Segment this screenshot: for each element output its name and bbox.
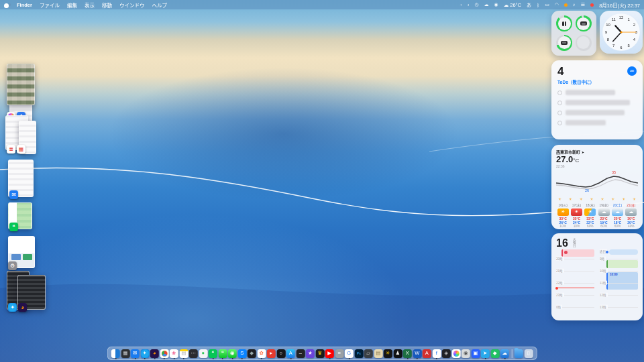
settings-app-icon[interactable]: ⚙ — [8, 261, 17, 270]
dock-item-photos[interactable]: ❀ — [170, 349, 178, 358]
dock-item-word[interactable]: W — [413, 349, 421, 358]
dock-item-dark-folder-app[interactable]: ▱ — [364, 349, 373, 358]
apple-menu-icon[interactable] — [4, 2, 9, 8]
firefox-app-icon[interactable]: ◕ — [18, 303, 27, 312]
dock-item-facetime[interactable]: ◉ — [228, 349, 237, 358]
dock-item-facebook[interactable]: f — [432, 349, 441, 358]
dock-item-dark-figure-app[interactable]: ♟ — [393, 349, 402, 358]
running-indicator — [329, 358, 330, 359]
reminder-row[interactable] — [557, 110, 637, 115]
menu-clock[interactable]: 8月16日(火) 22:37 — [599, 1, 640, 9]
dock-item-gallery-app[interactable]: ✿ — [257, 349, 266, 358]
weather-status[interactable]: ☁ 26°C — [504, 2, 521, 8]
reminder-redacted-text — [566, 90, 615, 95]
dock-item-purple-star-app[interactable]: ★ — [306, 349, 315, 358]
reminder-row[interactable] — [557, 100, 637, 105]
wifi-icon[interactable]: ◠ — [555, 2, 559, 7]
dock-item-google[interactable]: G — [345, 349, 354, 358]
calendar-event-allday[interactable] — [609, 249, 638, 255]
weather-widget[interactable]: 西東京市新町 ➤ 27.0°C 22:36 26 35 ☀☀☀☀☀☀☀☀ 16(… — [551, 145, 643, 229]
dock-item-mail[interactable]: ✉ — [131, 349, 140, 358]
reminder-checkbox[interactable] — [557, 90, 562, 95]
dock-item-dark-app[interactable]: ◆ — [248, 349, 256, 358]
dock-item-finder[interactable] — [111, 349, 120, 358]
dock-item-blue-app[interactable]: S — [237, 349, 246, 358]
calendar-event-green[interactable] — [606, 260, 638, 268]
menu-item-ヘルプ[interactable]: ヘルプ — [152, 1, 167, 9]
dock-item-app-store[interactable]: A — [286, 349, 295, 358]
dock-item-gray-lines-app[interactable]: ≡ — [335, 349, 343, 358]
dock-item-chrome[interactable] — [160, 349, 168, 358]
battery-icon[interactable]: ▭ — [545, 2, 549, 7]
clock-widget[interactable]: 121234567891011 — [600, 11, 643, 54]
calendar-event-pink[interactable] — [561, 249, 594, 257]
dock-item-tan-app[interactable]: ▤ — [374, 349, 382, 358]
reminder-checkbox[interactable] — [557, 121, 562, 125]
ime-icon[interactable]: あ — [527, 1, 531, 8]
stage-thumbnail-browser[interactable]: ✦◕ — [5, 271, 47, 315]
dock-item-dark-butterfly-app[interactable]: ✳ — [384, 349, 392, 358]
bluetooth-icon[interactable]: ᛒ — [537, 3, 539, 7]
dock-item-dark-crown-app[interactable]: ♛ — [315, 349, 324, 358]
control-center-icon[interactable]: ☰ — [581, 2, 585, 7]
calendar-time-label: 10時 — [600, 269, 608, 273]
menu-item-編集[interactable]: 編集 — [67, 1, 77, 9]
safari-app-icon[interactable]: ✦ — [8, 303, 17, 312]
calendar-tomorrow-column: 終日 10:00 9時10時11時12時13時 — [600, 249, 638, 316]
batteries-widget[interactable] — [551, 11, 596, 56]
stage-thumbnail-settings[interactable]: ⚙ — [5, 236, 39, 274]
dock-item-line[interactable]: ❝ — [209, 349, 217, 358]
dock-item-dark-circle-app[interactable]: ○ — [276, 349, 285, 358]
stage-thumbnail-mail[interactable]: ✉ — [5, 160, 38, 202]
stage-thumbnail-line[interactable]: ❝ — [5, 202, 36, 235]
menu-item-ファイル[interactable]: ファイル — [40, 1, 60, 9]
line-app-icon[interactable]: ❝ — [9, 223, 18, 231]
menu-item-ウインドウ[interactable]: ウインドウ — [119, 1, 145, 9]
menu-item-移動[interactable]: 移動 — [102, 1, 112, 9]
red-app-icon[interactable]: ▦ — [17, 145, 25, 154]
calendar-event-blue[interactable]: 10:00 — [606, 272, 638, 290]
dock-item-white-green-app[interactable]: ● — [199, 349, 207, 358]
dock-item-excel[interactable]: X — [403, 349, 412, 358]
sync-icon[interactable]: ◔ — [460, 3, 462, 7]
reminder-checkbox[interactable] — [557, 101, 562, 105]
menu-item-表示[interactable]: 表示 — [85, 1, 95, 9]
dock-item-red-app[interactable]: ▸ — [267, 349, 276, 358]
dock-item-dark-grid-app[interactable]: ⋯ — [189, 349, 198, 358]
dock-item-notes[interactable]: ▤ — [179, 349, 188, 358]
reminders-widget[interactable]: 4 ToDo（数日中に） ≔ — [551, 60, 643, 139]
dock-item-trash[interactable]: ▯ — [524, 349, 533, 358]
dock-item-green-diamond-app[interactable]: ◆ — [490, 349, 499, 358]
dock-item-dark-shield-app[interactable]: ◈ — [442, 349, 451, 358]
drive-icon[interactable]: ◉ — [494, 2, 498, 7]
dock-item-rainbow-app[interactable] — [451, 349, 460, 358]
reminder-row[interactable] — [557, 90, 637, 95]
forecast-precip: 60% — [584, 225, 597, 228]
dock-item-photoshop[interactable]: Ps — [354, 349, 363, 358]
dock-item-messages[interactable]: ❝ — [218, 349, 227, 358]
dock-item-launchpad[interactable]: ▦ — [121, 349, 129, 358]
reminder-row[interactable] — [557, 120, 637, 125]
dock-item-adobe-red-app[interactable]: A — [423, 349, 431, 358]
menu-app-name[interactable]: Finder — [17, 2, 32, 8]
dock-item-weather-app[interactable]: ☁ — [500, 349, 509, 358]
dock-item-dark-minus-app[interactable]: – — [296, 349, 305, 358]
spotlight-icon[interactable]: ⌕ — [573, 2, 576, 7]
stage-thumbnail-documents[interactable]: ≣▦ — [4, 115, 39, 158]
reminder-checkbox[interactable] — [557, 111, 562, 115]
dock-item-blue-square-app[interactable]: ▣ — [471, 349, 480, 358]
forecast-day-column: 18(木)☀33°C22°C60% — [584, 202, 597, 228]
timer-icon[interactable]: ◷ — [474, 2, 478, 7]
chevron-icon[interactable]: ‹ — [468, 3, 469, 7]
dock-item-firefox[interactable]: ◕ — [150, 349, 159, 358]
dock-item-downloads-folder[interactable] — [515, 349, 523, 358]
dock-item-telegram[interactable]: ➤ — [481, 349, 490, 358]
colorful-app-icon[interactable]: ≣ — [7, 145, 15, 154]
dock-item-camera-gray-app[interactable]: ◉ — [462, 349, 470, 358]
dock-item-safari[interactable]: ✦ — [140, 349, 149, 358]
cloud-icon[interactable]: ☁ — [484, 2, 489, 7]
reminders-list-name: ToDo（数日中に） — [557, 78, 637, 85]
mail-app-icon[interactable]: ✉ — [9, 190, 18, 199]
calendar-widget[interactable]: 16 火曜日 20時21時22時23時0時 終日 10:00 9時10時11時1… — [551, 233, 643, 320]
dock-item-youtube[interactable]: ▶ — [325, 349, 334, 358]
